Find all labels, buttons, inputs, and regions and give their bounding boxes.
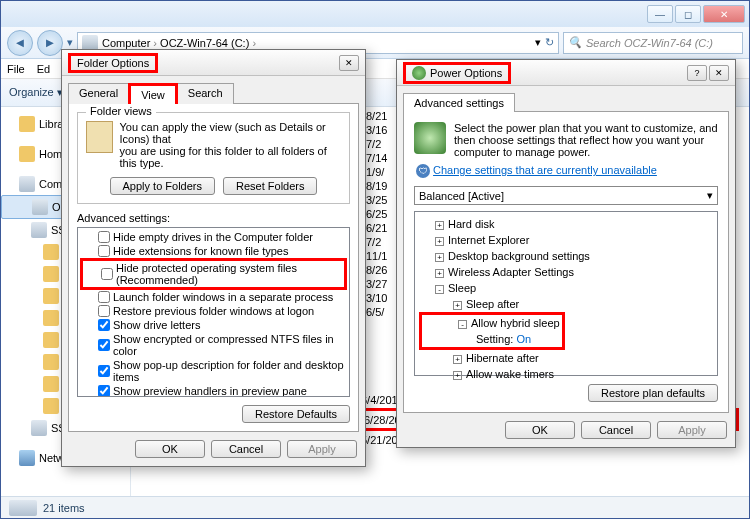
folder-icon [43,310,59,326]
setting-row[interactable]: Restore previous folder windows at logon [80,304,347,318]
forward-button[interactable]: ► [37,30,63,56]
minimize-button[interactable]: — [647,5,673,23]
setting-label: Show preview handlers in preview pane [113,385,307,397]
date-fragment: 11/1 [366,249,387,263]
cancel-button[interactable]: Cancel [581,421,651,439]
setting-row[interactable]: Show preview handlers in preview pane [80,384,347,397]
setting-checkbox[interactable] [98,365,110,377]
setting-checkbox[interactable] [98,231,110,243]
setting-label: Show pop-up description for folder and d… [113,359,347,383]
setting-label: Hard disk [448,218,494,230]
setting-row[interactable]: Show encrypted or compressed NTFS files … [80,332,347,358]
expand-icon[interactable]: - [435,285,444,294]
setting-checkbox[interactable] [98,291,110,303]
setting-label: Hide protected operating system files (R… [116,262,344,286]
expand-icon[interactable]: + [435,237,444,246]
date-fragment: 3/10 [366,291,387,305]
tab-general[interactable]: General [68,83,129,104]
dialog-close-button[interactable]: ✕ [709,65,729,81]
expand-icon[interactable]: + [435,253,444,262]
menu-edit[interactable]: Ed [37,63,50,75]
expand-icon[interactable]: + [435,269,444,278]
apply-to-folders-button[interactable]: Apply to Folders [110,177,215,195]
tabs: General View Search [62,76,365,103]
advanced-settings-label: Advanced settings: [77,212,350,224]
setting-checkbox[interactable] [98,385,110,397]
ok-button[interactable]: OK [135,440,205,458]
power-tree-row[interactable]: -Allow hybrid sleep [424,315,560,331]
back-button[interactable]: ◄ [7,30,33,56]
power-settings-tree[interactable]: +Hard disk+Internet Explorer+Desktop bac… [414,211,718,376]
setting-checkbox[interactable] [98,319,110,331]
advanced-settings-tree[interactable]: Hide empty drives in the Computer folder… [77,227,350,397]
search-input[interactable]: 🔍 Search OCZ-Win7-64 (C:) [563,32,743,54]
restore-defaults-button[interactable]: Restore Defaults [242,405,350,423]
chevron-down-icon: ▾ [707,189,713,202]
power-tree-row[interactable]: +Allow wake timers [419,366,713,382]
setting-value[interactable]: On [516,333,531,345]
setting-label: Sleep [448,282,476,294]
power-tree-row[interactable]: +Desktop background settings [419,248,713,264]
setting-label: Hide extensions for known file types [113,245,288,257]
help-button[interactable]: ? [687,65,707,81]
date-fragment: 8/26 [366,263,387,277]
cancel-button[interactable]: Cancel [211,440,281,458]
expand-icon[interactable]: - [458,320,467,329]
setting-label: Hibernate after [466,352,539,364]
setting-checkbox[interactable] [98,245,110,257]
setting-row[interactable]: Show drive letters [80,318,347,332]
refresh-icon[interactable]: ↻ [545,36,554,49]
date-fragment: 6/5/ [366,305,387,319]
expand-icon[interactable]: + [453,371,462,380]
power-tree-row[interactable]: +Hibernate after [419,350,713,366]
breadcrumb[interactable]: Computer › OCZ-Win7-64 (C:) › [102,37,256,49]
folder-icon [43,244,59,260]
power-tree-row[interactable]: +Hard disk [419,216,713,232]
power-tree-row[interactable]: +Sleep after [419,296,713,312]
setting-checkbox[interactable] [98,339,110,351]
power-tree-row[interactable]: +Wireless Adapter Settings [419,264,713,280]
date-fragment: 7/14 [366,151,387,165]
setting-label: Restore previous folder windows at logon [113,305,314,317]
setting-row[interactable]: Hide empty drives in the Computer folder [80,230,347,244]
folder-icon [43,288,59,304]
dialog-close-button[interactable]: ✕ [339,55,359,71]
expand-icon[interactable]: + [435,221,444,230]
power-tree-row[interactable]: -Sleep [419,280,713,296]
dropdown-icon[interactable]: ▾ [535,36,541,49]
setting-label: Launch folder windows in a separate proc… [113,291,333,303]
close-button[interactable]: ✕ [703,5,745,23]
reset-folders-button[interactable]: Reset Folders [223,177,317,195]
date-fragment: 8/19 [366,179,387,193]
expand-icon[interactable]: + [453,301,462,310]
expand-icon[interactable]: + [453,355,462,364]
setting-label: Allow wake timers [466,368,554,380]
setting-row[interactable]: Hide extensions for known file types [80,244,347,258]
sidebar-item-label: Com [39,178,62,190]
menu-file[interactable]: File [7,63,25,75]
ok-button[interactable]: OK [505,421,575,439]
history-dropdown-icon[interactable]: ▾ [67,36,73,49]
maximize-button[interactable]: ◻ [675,5,701,23]
setting-checkbox[interactable] [98,305,110,317]
setting-row[interactable]: Hide protected operating system files (R… [80,258,347,290]
power-plan-select[interactable]: Balanced [Active]▾ [414,186,718,205]
tab-search[interactable]: Search [177,83,234,104]
apply-button[interactable]: Apply [287,440,357,458]
tab-advanced[interactable]: Advanced settings [403,93,515,112]
restore-plan-defaults-button[interactable]: Restore plan defaults [588,384,718,402]
setting-row[interactable]: Show pop-up description for folder and d… [80,358,347,384]
setting-row[interactable]: Launch folder windows in a separate proc… [80,290,347,304]
tab-view[interactable]: View [128,83,178,104]
date-fragment: 1/9/ [366,165,387,179]
change-settings-link[interactable]: Change settings that are currently unava… [433,164,657,176]
organize-button[interactable]: Organize ▾ [9,86,63,99]
date-fragment: 7/2 [366,235,387,249]
apply-button[interactable]: Apply [657,421,727,439]
setting-checkbox[interactable] [101,268,113,280]
setting-label: Show drive letters [113,319,200,331]
power-tree-row[interactable]: Setting: On [424,331,560,347]
battery-icon [414,122,446,154]
folder-icon [43,332,59,348]
power-tree-row[interactable]: +Internet Explorer [419,232,713,248]
